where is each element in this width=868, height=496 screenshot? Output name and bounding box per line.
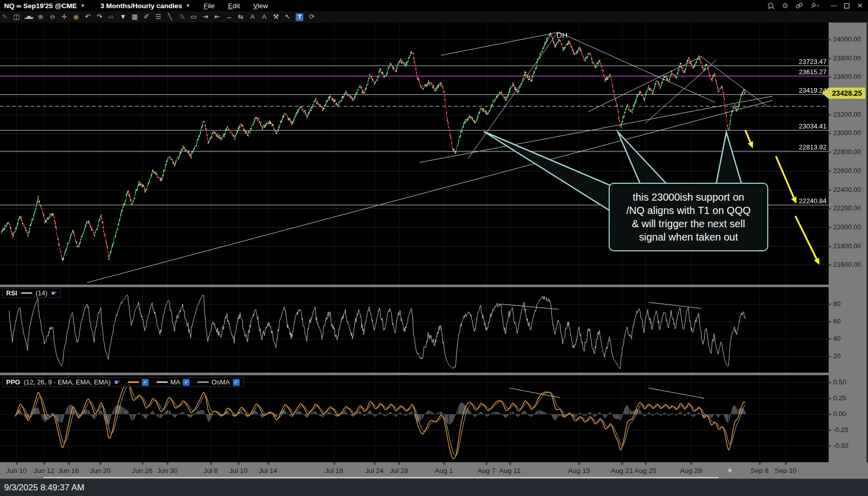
chart-type-bars-icon[interactable]: ▂▅▃ [25,12,32,22]
extend-both-icon[interactable]: ↔ [225,12,232,22]
rsi-panel-header: RSI (14) ☛ [2,288,61,298]
ma-checkbox[interactable]: ✓ [183,379,190,386]
callout-line: /NQ aligns with T1 on QQQ [626,204,750,217]
text-tool-icon[interactable]: T [296,13,303,21]
label-tool-2-icon[interactable]: A [260,12,268,22]
rsi-line-swatch [21,292,32,294]
ppo-line-swatch [128,381,139,383]
cursor-icon[interactable]: ↖ [284,12,291,22]
wrench-icon[interactable]: ⚒ [272,12,279,22]
draw-pencil-icon[interactable]: ✎ [1,12,8,22]
osma-checkbox[interactable]: ✓ [233,379,240,386]
callout-line: this 23000ish support on [633,190,744,204]
label-tool-icon[interactable]: A [249,12,256,22]
callout-line: & will trigger the next sell [632,217,745,230]
refresh-icon[interactable]: ⟳ [308,12,315,22]
zoom-in-icon[interactable]: ⊕ [37,12,44,22]
ppo-label: PPO [6,378,20,386]
pointer-tool-icon[interactable]: ⇨ [107,12,115,22]
ppo-params: (12, 26, 9 - EMA, EMA, EMA) [24,378,110,386]
ppo-legend-ppo: ✓ [128,379,149,386]
chart-grid-icon[interactable]: ▦ [131,12,138,22]
multi-line-tool-icon[interactable]: ╲╲ [178,12,185,22]
collapse-icon[interactable]: ⇆ [237,12,244,22]
indicator-list-icon[interactable]: ☰ [154,12,162,22]
pan-hand-icon[interactable]: ✛ [60,12,68,22]
link-chain-icon[interactable] [795,3,803,9]
drawing-toolbar: ✎◫▂▅▃⊕⊖✛◉↶↷⇨▼▦✐☰╲╲╲▭⇥⇤↔⇆AA⚒↖T⟳ [0,11,868,23]
paint-tools-icon[interactable]: ✐ [143,12,150,22]
ppo-legend-osma: OsMA ✓ [197,378,239,386]
minimize-button[interactable]: — [831,2,837,9]
redo-icon[interactable]: ↷ [96,12,103,22]
rsi-hand-icon[interactable]: ☛ [51,289,57,297]
close-button[interactable]: ✕ [857,2,863,10]
status-bar: 9/3/2025 8:49:37 AM [0,479,868,496]
crosshair-globe-icon[interactable]: ◉ [72,12,79,22]
menu-edit[interactable]: Edit [228,2,240,10]
rectangle-tool-icon[interactable]: ▭ [190,12,197,22]
ma-line-swatch [157,381,168,383]
undo-icon[interactable]: ↶ [84,12,91,22]
pin-icon[interactable] [810,3,819,9]
ppo-panel-header: PPO (12, 26, 9 - EMA, EMA, EMA) ☛ ✓ MA ✓… [2,377,244,387]
extend-right-icon[interactable]: ⇥ [202,12,209,22]
annotation-callout[interactable]: this 23000ish support on /NQ aligns with… [609,183,768,251]
osma-label: OsMA [211,378,230,386]
rsi-params: (14) [36,289,48,297]
ppo-hand-icon[interactable]: ☛ [114,378,120,386]
chat-search-icon[interactable] [767,3,775,9]
symbol-selector[interactable]: NQ ∞ Sep19'25 @CME [4,2,77,10]
status-datetime: 9/3/2025 8:49:37 AM [4,483,84,493]
ppo-checkbox[interactable]: ✓ [142,379,149,386]
tool-dropdown-icon[interactable]: ▼ [119,12,126,22]
timeframe-selector[interactable]: 3 Months/Hourly candles [100,2,182,10]
callout-line: signal when taken out [639,230,738,244]
timeframe-dropdown-icon[interactable]: ▼ [186,3,190,8]
chart-type-candles-icon[interactable]: ◫ [13,12,20,22]
osma-line-swatch [197,381,209,383]
extend-left-icon[interactable]: ⇤ [213,12,220,22]
rsi-label: RSI [6,289,17,297]
ma-label: MA [170,378,181,386]
ppo-legend-ma: MA ✓ [157,378,190,386]
zoom-out-icon[interactable]: ⊖ [49,12,56,22]
symbol-dropdown-icon[interactable]: ▼ [80,3,85,8]
settings-gear-icon[interactable]: ⚙ [782,2,789,10]
trendline-tool-icon[interactable]: ╲ [166,12,173,22]
trading-app-window: NQ ∞ Sep19'25 @CME ▼ 3 Months/Hourly can… [0,0,868,496]
title-bar: NQ ∞ Sep19'25 @CME ▼ 3 Months/Hourly can… [0,0,868,11]
menu-file[interactable]: File [204,2,215,10]
menu-view[interactable]: View [253,2,268,10]
maximize-button[interactable] [844,3,850,9]
